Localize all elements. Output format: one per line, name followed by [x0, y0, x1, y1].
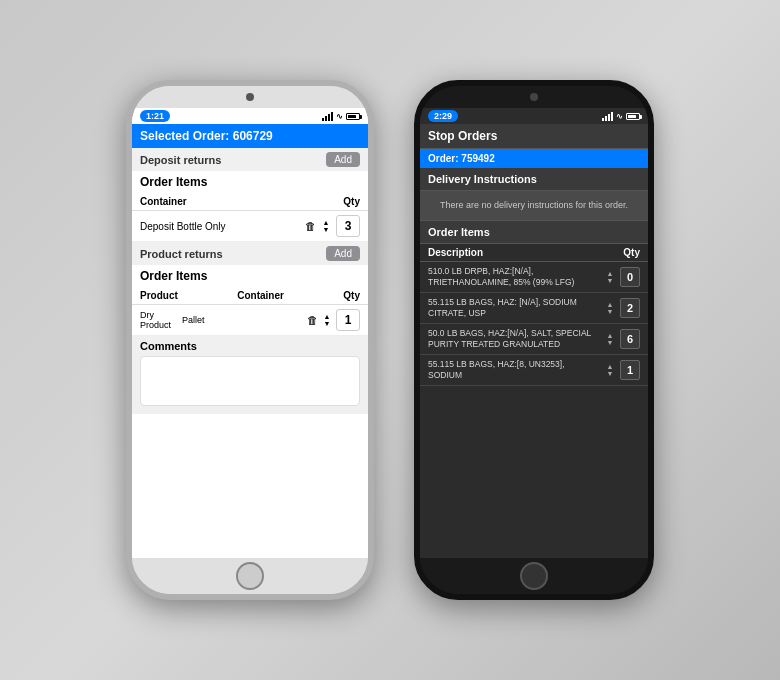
deposit-row-actions: 🗑 ▲ ▼ 3 — [305, 215, 360, 237]
right-table-header: Description Qty — [420, 244, 648, 262]
right-table-row-3: 55.115 LB BAGS, HAZ:[8, UN3253], SODIUM … — [420, 355, 648, 386]
right-stepper-1[interactable]: ▲ ▼ — [604, 301, 616, 315]
right-stepper-3[interactable]: ▲ ▼ — [604, 363, 616, 377]
right-down-2[interactable]: ▼ — [604, 339, 616, 346]
right-up-2[interactable]: ▲ — [604, 332, 616, 339]
right-qty-3[interactable]: 1 — [620, 360, 640, 380]
comments-textarea[interactable] — [140, 356, 360, 406]
right-down-3[interactable]: ▼ — [604, 370, 616, 377]
product-stepper[interactable]: ▲ ▼ — [321, 313, 333, 327]
product-order-items-header: Order Items — [132, 265, 368, 287]
right-status-icons: ∿ — [602, 112, 640, 121]
right-battery-icon — [626, 113, 640, 120]
product-row-actions: 🗑 ▲ ▼ 1 — [307, 309, 360, 331]
right-qty-1[interactable]: 2 — [620, 298, 640, 318]
right-col-qty: Qty — [623, 247, 640, 258]
product-col-product: Product — [140, 290, 178, 301]
left-phone-screen: 1:21 ∿ Selected Order: 606729 Depos — [132, 108, 368, 558]
deposit-row-container: Deposit Bottle Only — [140, 221, 305, 232]
selected-order-bar: Selected Order: 606729 — [132, 124, 368, 148]
product-returns-add-button[interactable]: Add — [326, 246, 360, 261]
right-signal-icon — [602, 112, 613, 121]
deposit-col-container: Container — [140, 196, 187, 207]
deposit-col-qty: Qty — [343, 196, 360, 207]
right-app-content: Stop Orders Order: 759492 Delivery Instr… — [420, 124, 648, 558]
left-status-bar: 1:21 ∿ — [132, 108, 368, 124]
right-home-button[interactable] — [520, 562, 548, 590]
delivery-instructions-header: Delivery Instructions — [420, 168, 648, 191]
product-row-container: Pallet — [182, 315, 218, 325]
product-trash-icon[interactable]: 🗑 — [307, 314, 318, 326]
product-returns-header: Product returns Add — [132, 242, 368, 265]
deposit-up-arrow[interactable]: ▲ — [320, 219, 332, 226]
deposit-returns-header: Deposit returns Add — [132, 148, 368, 171]
deposit-table-row: Deposit Bottle Only 🗑 ▲ ▼ 3 — [132, 211, 368, 242]
product-col-container: Container — [237, 290, 284, 301]
stop-orders-title: Stop Orders — [420, 124, 648, 149]
right-qty-0[interactable]: 0 — [620, 267, 640, 287]
right-stepper-0[interactable]: ▲ ▼ — [604, 270, 616, 284]
deposit-order-items-title: Order Items — [140, 175, 207, 189]
product-up-arrow[interactable]: ▲ — [321, 313, 333, 320]
battery-icon — [346, 113, 360, 120]
product-table-row: Dry Product Pallet 🗑 ▲ ▼ 1 — [132, 305, 368, 336]
deposit-stepper[interactable]: ▲ ▼ — [320, 219, 332, 233]
left-home-button[interactable] — [236, 562, 264, 590]
left-time: 1:21 — [140, 110, 170, 122]
right-up-0[interactable]: ▲ — [604, 270, 616, 277]
camera-dot — [246, 93, 254, 101]
right-row-desc-1: 55.115 LB BAGS, HAZ: [N/A], SODIUM CITRA… — [428, 297, 600, 319]
order-row-blue[interactable]: Order: 759492 — [420, 149, 648, 168]
deposit-returns-title: Deposit returns — [140, 154, 221, 166]
right-row-desc-0: 510.0 LB DRPB, HAZ:[N/A], TRIETHANOLAMIN… — [428, 266, 600, 288]
right-stepper-2[interactable]: ▲ ▼ — [604, 332, 616, 346]
product-down-arrow[interactable]: ▼ — [321, 320, 333, 327]
product-col-qty: Qty — [343, 290, 360, 301]
product-table-header: Product Container Qty — [132, 287, 368, 305]
right-row-desc-2: 50.0 LB BAGS, HAZ:[N/A], SALT, SPECIAL P… — [428, 328, 600, 350]
right-row-desc-3: 55.115 LB BAGS, HAZ:[8, UN3253], SODIUM — [428, 359, 600, 381]
deposit-down-arrow[interactable]: ▼ — [320, 226, 332, 233]
right-down-1[interactable]: ▼ — [604, 308, 616, 315]
right-qty-2[interactable]: 6 — [620, 329, 640, 349]
comments-section: Comments — [132, 336, 368, 414]
right-table-row-1: 55.115 LB BAGS, HAZ: [N/A], SODIUM CITRA… — [420, 293, 648, 324]
right-wifi-icon: ∿ — [616, 112, 623, 121]
right-table-row-2: 50.0 LB BAGS, HAZ:[N/A], SALT, SPECIAL P… — [420, 324, 648, 355]
right-col-description: Description — [428, 247, 483, 258]
wifi-icon: ∿ — [336, 112, 343, 121]
deposit-trash-icon[interactable]: 🗑 — [305, 220, 316, 232]
right-up-3[interactable]: ▲ — [604, 363, 616, 370]
left-phone-top-bar — [132, 86, 368, 108]
right-phone: 2:29 ∿ Stop Orders Order: 759492 Deliver… — [414, 80, 654, 600]
product-returns-title: Product returns — [140, 248, 223, 260]
right-camera-dot — [530, 93, 538, 101]
deposit-table-header: Container Qty — [132, 193, 368, 211]
comments-title: Comments — [140, 340, 197, 352]
right-up-1[interactable]: ▲ — [604, 301, 616, 308]
left-app-content: Selected Order: 606729 Deposit returns A… — [132, 124, 368, 558]
right-phone-top-bar — [420, 86, 648, 108]
product-order-items-title: Order Items — [140, 269, 207, 283]
left-status-icons: ∿ — [322, 112, 360, 121]
product-row-product: Dry Product — [140, 310, 178, 330]
right-status-bar: 2:29 ∿ — [420, 108, 648, 124]
signal-icon — [322, 112, 333, 121]
right-down-0[interactable]: ▼ — [604, 277, 616, 284]
deposit-returns-add-button[interactable]: Add — [326, 152, 360, 167]
right-time: 2:29 — [428, 110, 458, 122]
right-order-items-header: Order Items — [420, 221, 648, 244]
right-phone-bottom-bar — [420, 558, 648, 594]
delivery-note: There are no delivery instructions for t… — [420, 191, 648, 221]
deposit-order-items-header: Order Items — [132, 171, 368, 193]
product-qty-box[interactable]: 1 — [336, 309, 360, 331]
deposit-qty-box[interactable]: 3 — [336, 215, 360, 237]
right-table-row-0: 510.0 LB DRPB, HAZ:[N/A], TRIETHANOLAMIN… — [420, 262, 648, 293]
right-phone-screen: 2:29 ∿ Stop Orders Order: 759492 Deliver… — [420, 108, 648, 558]
left-phone-bottom-bar — [132, 558, 368, 594]
left-phone: 1:21 ∿ Selected Order: 606729 Depos — [126, 80, 374, 600]
